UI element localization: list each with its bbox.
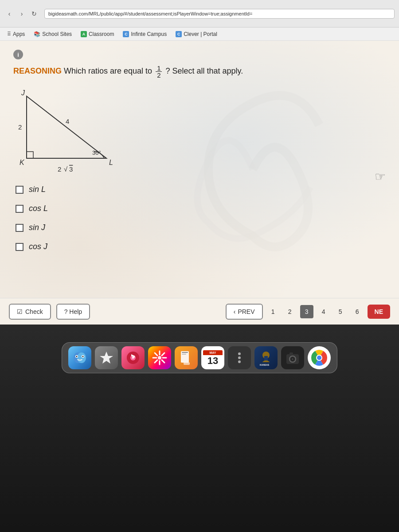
dock-finder[interactable]: [68, 346, 91, 369]
next-button[interactable]: NE: [368, 305, 390, 319]
svg-text:K: K: [20, 159, 25, 166]
calendar-month: MAY: [203, 350, 223, 355]
dock: MAY 13 KANSAS: [62, 342, 337, 373]
page-5[interactable]: 5: [334, 305, 347, 318]
browser-bar: ‹ › ↻ bigideasmath.com/MRL/public/app/#/…: [0, 0, 399, 27]
help-label: ? Help: [64, 308, 82, 315]
check-button[interactable]: ☑ Check: [9, 304, 51, 320]
svg-marker-0: [27, 96, 106, 158]
choice-cos-J[interactable]: cos J: [16, 242, 386, 251]
choice-sin-L[interactable]: sin L: [16, 185, 386, 194]
dock-books[interactable]: [175, 346, 198, 369]
dock-music[interactable]: [121, 346, 145, 369]
svg-line-26: [155, 353, 157, 356]
refresh-button[interactable]: ↻: [29, 9, 39, 19]
check-icon: ☑: [17, 308, 23, 315]
checkbox-sin-J[interactable]: [16, 224, 23, 232]
launchpad-icon: [98, 350, 114, 366]
svg-point-21: [158, 356, 161, 360]
page-2[interactable]: 2: [283, 305, 297, 318]
checkbox-cos-J[interactable]: [16, 243, 23, 251]
info-icon[interactable]: i: [13, 50, 23, 59]
page-numbers: 1 2 3 4 5 6: [266, 305, 364, 318]
forward-button[interactable]: ›: [17, 9, 27, 19]
answer-choices: sin L cos L sin J cos J: [16, 185, 386, 251]
music-icon: [126, 351, 140, 365]
choice-sin-J[interactable]: sin J: [16, 223, 386, 232]
choice-cos-J-label: cos J: [29, 242, 47, 251]
page-3[interactable]: 3: [300, 305, 313, 318]
svg-rect-1: [27, 152, 33, 158]
triangle-diagram: J K L 2 4 2 √ 3 30°: [18, 87, 115, 176]
bookmarks-bar: ⠿ Apps 📚 School Sites A Classroom C Infi…: [0, 27, 399, 41]
page-4[interactable]: 4: [317, 305, 330, 318]
dock-launchpad[interactable]: [95, 346, 118, 369]
prev-arrow-icon: ‹: [234, 308, 236, 315]
bottom-toolbar: ☑ Check ? Help ‹ PREV 1 2 3 4 5 6 NE: [0, 298, 399, 325]
finder-icon: [72, 350, 88, 366]
reasoning-label: REASONING: [13, 66, 62, 75]
calendar-day: 13: [207, 356, 218, 366]
bookmark-infinite-campus-label: Infinte Campus: [131, 31, 167, 37]
nav-buttons: ‹ PREV 1 2 3 4 5 6 NE: [226, 304, 390, 320]
page-6[interactable]: 6: [351, 305, 364, 318]
clever-icon: C: [176, 31, 182, 37]
bookmark-infinite-campus[interactable]: C Infinte Campus: [119, 30, 170, 38]
back-button[interactable]: ‹: [4, 9, 14, 19]
help-button[interactable]: ? Help: [56, 304, 90, 320]
url-bar[interactable]: bigideasmath.com/MRL/public/app/#/studen…: [44, 9, 395, 19]
fraction-denominator: 2: [156, 72, 162, 78]
bookmark-classroom[interactable]: A Classroom: [77, 30, 117, 38]
svg-point-12: [77, 352, 86, 363]
dock-area: MAY 13 KANSAS: [0, 325, 399, 532]
page-1[interactable]: 1: [266, 305, 280, 318]
browser-nav-icons: ‹ › ↻: [4, 9, 39, 19]
svg-text:30°: 30°: [92, 149, 101, 156]
svg-line-27: [162, 360, 164, 363]
svg-point-15: [76, 356, 78, 357]
bookmark-apps-label: Apps: [13, 31, 25, 37]
svg-point-40: [292, 358, 293, 360]
dock-calendar[interactable]: MAY 13: [201, 346, 224, 369]
svg-line-29: [162, 353, 164, 356]
svg-line-28: [155, 360, 157, 363]
dock-chrome[interactable]: [308, 346, 331, 369]
check-label: Check: [25, 308, 43, 315]
books-icon: [179, 350, 193, 366]
svg-text:L: L: [109, 159, 113, 166]
bookmark-school-sites-label: School Sites: [42, 31, 72, 37]
triangle-svg: J K L 2 4 2 √ 3 30°: [18, 87, 115, 176]
svg-text:2: 2: [58, 165, 61, 173]
prev-label: PREV: [238, 308, 254, 315]
svg-marker-17: [100, 352, 113, 364]
checkbox-sin-L[interactable]: [16, 186, 23, 194]
question-text: Which ratios are equal to: [64, 66, 154, 75]
dock-photos[interactable]: [148, 346, 171, 369]
dock-camera[interactable]: [281, 346, 304, 369]
checkbox-cos-L[interactable]: [16, 205, 23, 213]
choice-sin-J-label: sin J: [29, 223, 45, 232]
fraction: 1 2: [156, 65, 162, 78]
bookmark-clever-portal[interactable]: C Clever | Portal: [172, 30, 221, 38]
choice-cos-L[interactable]: cos L: [16, 204, 386, 213]
dock-kansas[interactable]: KANSAS: [254, 346, 278, 369]
svg-text:4: 4: [66, 117, 69, 125]
content-area: i REASONING Which ratios are equal to 1 …: [0, 41, 399, 298]
kansas-icon: KANSAS: [258, 350, 274, 366]
bookmark-school-sites[interactable]: 📚 School Sites: [30, 30, 75, 38]
svg-rect-33: [184, 362, 190, 365]
bookmark-apps[interactable]: ⠿ Apps: [4, 30, 28, 38]
fraction-numerator: 1: [156, 65, 162, 72]
camera-icon: [285, 350, 301, 366]
classroom-icon: A: [81, 31, 87, 37]
svg-text:3: 3: [69, 165, 73, 173]
apps-icon: ⠿: [7, 31, 11, 37]
question-suffix: ? Select all that apply.: [166, 66, 243, 75]
prev-button[interactable]: ‹ PREV: [226, 304, 263, 320]
dock-messages[interactable]: [228, 346, 251, 369]
choice-cos-L-label: cos L: [29, 204, 48, 213]
svg-text:√: √: [64, 165, 68, 173]
svg-text:KANSAS: KANSAS: [260, 364, 270, 366]
bookmark-classroom-label: Classroom: [89, 31, 114, 37]
svg-rect-35: [264, 356, 268, 360]
